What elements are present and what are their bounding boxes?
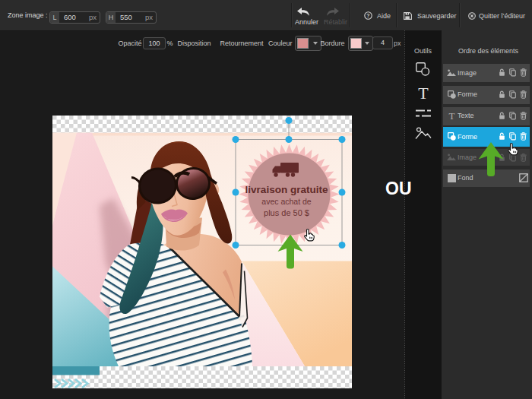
svg-text:?: ?	[366, 13, 369, 18]
svg-text:avec achat de: avec achat de	[261, 196, 312, 205]
svg-text:plus de 50 $: plus de 50 $	[264, 208, 309, 217]
svg-text:livraison gratuite: livraison gratuite	[245, 184, 328, 195]
